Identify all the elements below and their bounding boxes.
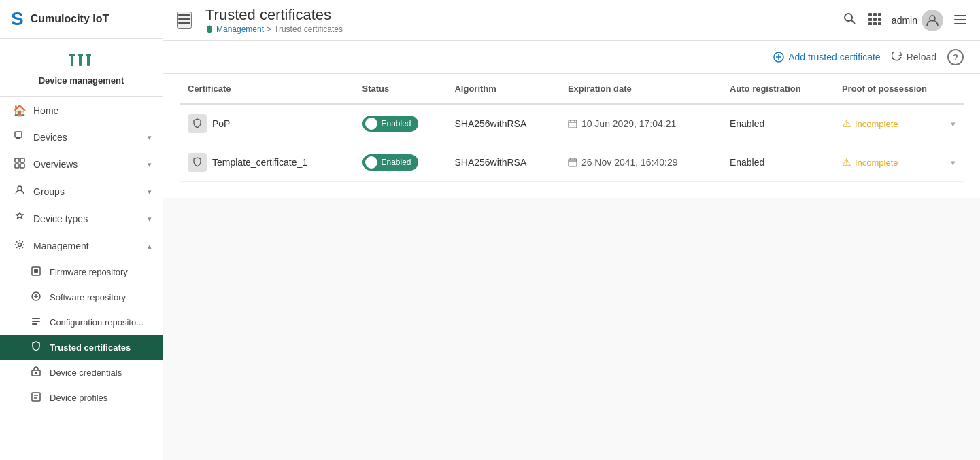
sidebar-item-groups[interactable]: Groups ▾ <box>0 178 163 205</box>
sidebar: S Cumulocity IoT Device management 🏠 Hom… <box>0 0 163 460</box>
sidebar-item-devices[interactable]: Devices ▾ <box>0 124 163 151</box>
toggle-circle-1 <box>365 118 377 130</box>
table-row[interactable]: Template_certificate_1 Enabled SHA256wit… <box>180 143 964 182</box>
hamburger-button[interactable] <box>177 12 192 29</box>
incomplete-label-2: Incomplete <box>855 158 898 168</box>
management-icon <box>13 239 27 253</box>
apps-button[interactable] <box>867 12 881 29</box>
groups-icon <box>13 185 27 198</box>
user-avatar <box>922 10 943 31</box>
software-icon <box>29 291 43 304</box>
status-cell-2[interactable]: Enabled <box>354 143 447 182</box>
svg-rect-8 <box>16 139 21 139</box>
svg-rect-4 <box>87 55 90 66</box>
table-row[interactable]: PoP Enabled SHA256withRSA <box>180 104 964 143</box>
help-button[interactable]: ? <box>947 49 964 65</box>
status-label-2: Enabled <box>382 158 411 167</box>
svg-rect-36 <box>873 22 877 25</box>
svg-line-28 <box>851 20 855 24</box>
sidebar-item-configuration-repository[interactable]: Configuration reposito... <box>0 310 163 335</box>
sidebar-item-firmware-repository[interactable]: Firmware repository <box>0 260 163 285</box>
breadcrumb-management-link[interactable]: Management <box>216 24 264 34</box>
management-chevron-icon: ▴ <box>148 242 152 251</box>
page-header: Trusted certificates Management > Truste… <box>205 6 834 34</box>
device-management-label: Device management <box>39 75 124 86</box>
sidebar-item-overviews-label: Overviews <box>33 159 78 170</box>
sidebar-item-home[interactable]: 🏠 Home <box>0 97 163 124</box>
cert-name-text-2: Template_certificate_1 <box>212 157 307 168</box>
reload-icon <box>892 52 902 63</box>
svg-rect-19 <box>32 321 40 322</box>
incomplete-label-1: Incomplete <box>855 119 898 129</box>
svg-rect-34 <box>878 18 881 21</box>
add-trusted-certificate-button[interactable]: Add trusted certificate <box>773 52 880 63</box>
expiration-cell-2: 26 Nov 2041, 16:40:29 <box>560 143 722 182</box>
svg-rect-41 <box>954 23 966 24</box>
row-chevron-1[interactable]: ▾ <box>951 119 956 129</box>
expiry-container-1: 10 Jun 2029, 17:04:21 <box>568 118 713 129</box>
warning-icon-1: ⚠ <box>842 118 851 130</box>
incomplete-badge-1: ⚠ Incomplete <box>842 118 898 130</box>
sidebar-item-management-label: Management <box>33 241 89 251</box>
sidebar-item-device-types[interactable]: Device types ▾ <box>0 205 163 232</box>
sidebar-item-groups-label: Groups <box>33 186 65 197</box>
status-cell-1[interactable]: Enabled <box>354 104 447 143</box>
sidebar-item-trusted-certificates[interactable]: Trusted certificates <box>0 335 163 360</box>
svg-rect-44 <box>569 159 577 166</box>
svg-rect-0 <box>71 55 73 66</box>
config-icon <box>29 316 43 329</box>
col-proof-of-possession: Proof of possession <box>834 74 964 104</box>
svg-rect-32 <box>868 18 872 21</box>
svg-rect-39 <box>954 15 966 16</box>
calendar-icon-2 <box>568 158 577 167</box>
svg-rect-33 <box>873 18 877 21</box>
breadcrumb-icon <box>205 25 214 33</box>
search-button[interactable] <box>843 12 856 29</box>
toggle-circle-2 <box>365 156 377 169</box>
proof-of-possession-cell-1: ⚠ Incomplete ▾ <box>834 104 964 143</box>
proof-container-1: ⚠ Incomplete ▾ <box>842 118 956 130</box>
sidebar-item-device-profiles[interactable]: Device profiles <box>0 385 163 410</box>
svg-rect-29 <box>868 13 872 16</box>
svg-rect-20 <box>32 323 37 325</box>
sidebar-item-software-repository[interactable]: Software repository <box>0 285 163 310</box>
sidebar-item-configuration-label: Configuration reposito... <box>50 317 143 328</box>
devices-chevron-icon: ▾ <box>148 133 152 142</box>
svg-rect-9 <box>15 158 19 162</box>
col-algorithm: Algorithm <box>446 74 559 104</box>
svg-rect-16 <box>34 269 38 273</box>
auto-registration-cell-2: Enabled <box>722 143 834 182</box>
certificates-table: Certificate Status Algorithm Expiration … <box>180 74 964 182</box>
svg-point-14 <box>18 243 22 247</box>
svg-rect-7 <box>16 137 20 139</box>
svg-rect-43 <box>569 120 577 128</box>
sidebar-item-overviews[interactable]: Overviews ▾ <box>0 151 163 178</box>
algorithm-cell-1: SHA256withRSA <box>446 104 559 143</box>
col-auto-registration: Auto registration <box>722 74 834 104</box>
topbar-actions: admin <box>843 10 966 31</box>
svg-rect-30 <box>873 13 877 16</box>
svg-point-13 <box>18 186 22 190</box>
sidebar-item-device-profiles-label: Device profiles <box>50 393 107 403</box>
sidebar-toggle-button[interactable] <box>954 12 966 28</box>
sidebar-item-device-credentials[interactable]: Device credentials <box>0 360 163 385</box>
sidebar-item-device-types-label: Device types <box>33 213 88 224</box>
cert-name-container-2: Template_certificate_1 <box>188 153 346 172</box>
svg-rect-23 <box>32 393 40 401</box>
content-toolbar: Add trusted certificate Reload ? <box>163 41 980 74</box>
reload-button[interactable]: Reload <box>892 52 936 63</box>
device-management-header: Device management <box>0 39 163 97</box>
status-toggle-1[interactable]: Enabled <box>362 116 418 132</box>
device-profiles-icon <box>29 391 43 404</box>
status-toggle-2[interactable]: Enabled <box>362 154 418 171</box>
svg-rect-37 <box>878 22 881 25</box>
device-mgmt-icon <box>68 50 95 71</box>
svg-rect-10 <box>20 158 24 162</box>
user-menu[interactable]: admin <box>892 10 943 31</box>
cert-name-container: PoP <box>188 114 346 133</box>
svg-rect-6 <box>15 132 22 137</box>
sidebar-item-management[interactable]: Management ▴ <box>0 232 163 260</box>
row-chevron-2[interactable]: ▾ <box>951 158 956 168</box>
svg-rect-26 <box>178 22 190 24</box>
svg-rect-11 <box>15 164 19 168</box>
